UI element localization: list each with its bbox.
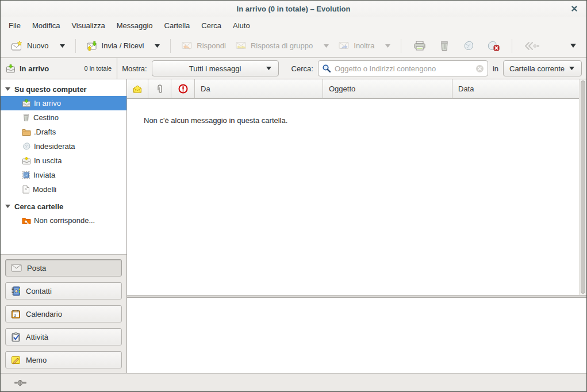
reply-group-icon xyxy=(235,41,247,51)
evolution-window: In arrivo (0 in totale) – Evolution File… xyxy=(0,0,587,392)
history-back-button[interactable] xyxy=(518,39,546,53)
sidebar-item-inviata[interactable]: Inviata xyxy=(1,168,126,182)
toolbar-separator xyxy=(401,39,401,53)
trash-icon xyxy=(439,40,450,51)
menu-cerca[interactable]: Cerca xyxy=(195,18,227,33)
filterbar: In arrivo 0 in totale Mostra: Tutti i me… xyxy=(1,57,586,79)
new-button-label: Nuovo xyxy=(27,41,49,50)
sidebar: Su questo computer In arrivo xyxy=(1,79,127,373)
junk-icon xyxy=(22,142,31,151)
tree-group-search-folders[interactable]: Cerca cartelle xyxy=(1,199,126,213)
toolbar-separator xyxy=(75,39,76,53)
column-from[interactable]: Da xyxy=(195,79,323,99)
search-input[interactable] xyxy=(335,64,472,73)
chevron-down-icon xyxy=(570,44,576,48)
scrollbar-thumb[interactable] xyxy=(581,80,585,294)
toolbar: Nuovo Invia / Ricevi Rispondi xyxy=(1,34,586,57)
switcher-label: Attività xyxy=(26,333,48,341)
column-date-label: Data xyxy=(458,84,474,93)
outbox-icon xyxy=(22,156,31,165)
menu-cartella[interactable]: Cartella xyxy=(159,18,196,33)
switcher-calendario-button[interactable]: 3 Calendario xyxy=(5,305,122,322)
statusbar xyxy=(1,373,586,391)
sidebar-item-label: .Drafts xyxy=(34,128,56,136)
history-back-icon xyxy=(524,41,539,51)
send-receive-icon xyxy=(86,41,98,51)
send-receive-button[interactable]: Invia / Ricevi xyxy=(82,38,165,54)
current-folder-name: In arrivo xyxy=(20,64,49,73)
folder-icon xyxy=(22,128,31,136)
message-list-scrollbar[interactable] xyxy=(579,79,586,295)
reply-button-label: Rispondi xyxy=(197,41,226,50)
column-subject[interactable]: Oggetto xyxy=(323,79,452,99)
switcher-attivita-button[interactable]: Attività xyxy=(5,328,122,345)
window-title: In arrivo (0 in totale) – Evolution xyxy=(237,5,351,13)
sidebar-item-in-uscita[interactable]: In uscita xyxy=(1,153,126,168)
message-list: Da Oggetto Data Non c'è alcun messaggio … xyxy=(127,79,586,295)
titlebar: In arrivo (0 in totale) – Evolution xyxy=(1,1,586,17)
sidebar-item-label: In uscita xyxy=(34,156,62,165)
sidebar-item-indesiderata[interactable]: Indesiderata xyxy=(1,139,126,153)
read-status-icon xyxy=(133,85,142,93)
sidebar-item-label: Non corrisponde... xyxy=(34,216,95,225)
menubar: File Modifica Visualizza Messaggio Carte… xyxy=(1,17,586,34)
sidebar-item-drafts[interactable]: .Drafts xyxy=(1,125,126,139)
online-status-icon[interactable] xyxy=(14,379,27,386)
column-read-status[interactable] xyxy=(127,79,148,99)
forward-icon xyxy=(338,41,350,51)
menu-aiuto[interactable]: Aiuto xyxy=(227,18,256,33)
inbox-icon xyxy=(22,99,31,107)
reply-group-label: Risposta di gruppo xyxy=(251,41,313,50)
print-icon xyxy=(413,40,426,51)
switcher-contatti-button[interactable]: Contatti xyxy=(5,282,122,299)
content-area: Su questo computer In arrivo xyxy=(1,79,586,373)
search-scope-dropdown[interactable]: Cartella corrente xyxy=(503,60,582,76)
forward-button[interactable]: Inoltra xyxy=(333,38,395,53)
menu-modifica[interactable]: Modifica xyxy=(26,18,66,33)
column-attachment[interactable] xyxy=(148,79,171,99)
show-filter-value: Tutti i messaggi xyxy=(189,64,241,73)
new-button[interactable]: Nuovo xyxy=(6,38,70,54)
sidebar-item-modelli[interactable]: Modelli xyxy=(1,182,126,197)
chevron-down-icon xyxy=(569,67,574,70)
sidebar-item-in-arrivo[interactable]: In arrivo xyxy=(1,96,126,110)
close-button[interactable] xyxy=(569,4,580,13)
switcher-memo-button[interactable]: Memo xyxy=(5,351,122,368)
menu-file[interactable]: File xyxy=(3,18,26,33)
sidebar-item-label: Indesiderata xyxy=(34,142,75,151)
column-date[interactable]: Data xyxy=(452,79,579,99)
reply-group-button[interactable]: Risposta di gruppo xyxy=(231,38,333,53)
switcher-posta-button[interactable]: Posta xyxy=(5,259,122,276)
reply-button[interactable]: Rispondi xyxy=(177,38,231,53)
sidebar-item-label: In arrivo xyxy=(34,99,61,107)
contacts-icon xyxy=(11,286,21,296)
not-junk-button[interactable] xyxy=(481,37,506,54)
toolbar-separator xyxy=(512,39,512,53)
sidebar-item-non-corrisponde[interactable]: Non corrisponde... xyxy=(1,213,126,228)
sidebar-item-cestino[interactable]: Cestino xyxy=(1,110,126,125)
column-from-label: Da xyxy=(201,84,210,93)
priority-icon xyxy=(178,84,188,94)
clear-search-icon[interactable] xyxy=(475,64,484,73)
junk-button[interactable] xyxy=(456,37,481,54)
svg-text:3: 3 xyxy=(14,313,16,317)
memo-icon xyxy=(11,355,21,364)
junk-icon xyxy=(463,40,474,51)
reply-icon xyxy=(181,41,193,51)
print-button[interactable] xyxy=(407,37,432,54)
menu-visualizza[interactable]: Visualizza xyxy=(66,18,110,33)
show-filter-dropdown[interactable]: Tutti i messaggi xyxy=(152,60,279,76)
search-entry xyxy=(318,60,488,76)
message-list-body: Non c'è alcun messaggio in questa cartel… xyxy=(127,99,586,295)
toolbar-separator xyxy=(170,39,171,53)
tree-group-local[interactable]: Su questo computer xyxy=(1,82,126,96)
menu-messaggio[interactable]: Messaggio xyxy=(111,18,159,33)
column-priority[interactable] xyxy=(171,79,195,99)
attachment-icon xyxy=(156,84,163,94)
chevron-down-icon xyxy=(385,44,390,48)
new-mail-icon xyxy=(11,41,23,51)
toolbar-overflow-button[interactable] xyxy=(566,41,581,51)
view-switcher: Posta Contatti xyxy=(1,255,126,373)
search-icon xyxy=(322,64,331,73)
delete-button[interactable] xyxy=(432,37,456,54)
